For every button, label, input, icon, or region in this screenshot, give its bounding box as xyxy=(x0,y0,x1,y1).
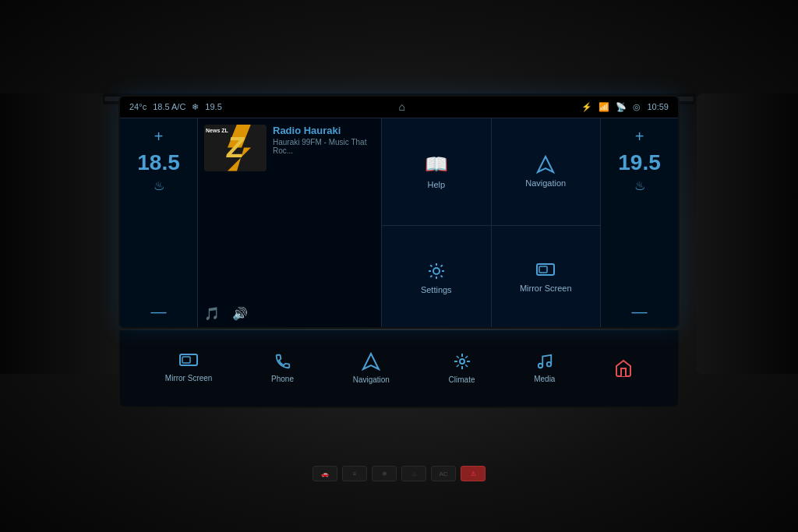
radio-logo[interactable]: Z News ZL xyxy=(204,125,267,171)
svg-point-9 xyxy=(547,362,552,367)
main-content-area: + 18.5 ♨ — Z News ZL xyxy=(120,118,678,329)
bottom-control-bar: Mirror Screen Phone Navigation xyxy=(118,330,680,408)
volume-button[interactable]: 🔊 xyxy=(232,306,248,321)
settings-icon xyxy=(427,262,446,280)
svg-rect-3 xyxy=(539,266,547,273)
app-tile-navigation[interactable]: Navigation xyxy=(492,118,601,226)
svg-point-8 xyxy=(538,364,543,368)
z-logo-background: Z News ZL xyxy=(204,125,267,171)
media-controls: 🎵 🔊 xyxy=(204,303,375,324)
svg-marker-0 xyxy=(538,157,553,172)
app-tile-mirror-screen[interactable]: Mirror Screen xyxy=(492,226,601,329)
mirror-screen-label: Mirror Screen xyxy=(520,284,572,293)
climate-icon xyxy=(453,352,471,371)
seat-heat-right-icon[interactable]: ♨ xyxy=(634,178,645,193)
phys-btn-hazard[interactable]: ⚠ xyxy=(461,466,486,481)
radio-display: Z News ZL Radio Hauraki Hauraki 99FM - M… xyxy=(204,125,375,171)
svg-rect-5 xyxy=(182,357,190,363)
location-icon: ◎ xyxy=(633,102,641,112)
bottom-media-label: Media xyxy=(534,375,555,383)
wifi-icon: 📶 xyxy=(598,102,609,112)
media-library-button[interactable]: 🎵 xyxy=(204,306,220,321)
temp-value-left: 18.5 xyxy=(137,152,180,174)
phys-btn-ac[interactable]: AC xyxy=(431,466,456,481)
ac-temp-status: 18.5 A/C xyxy=(153,102,185,111)
bottom-media-button[interactable]: Media xyxy=(534,353,555,383)
dash-left-panel xyxy=(0,93,125,374)
temp-value-right: 19.5 xyxy=(618,152,661,174)
phys-btn-car[interactable]: 🚗 xyxy=(312,466,337,481)
bluetooth-icon: ⚡ xyxy=(581,102,592,112)
home-icon[interactable]: ⌂ xyxy=(398,100,404,113)
screen-container: 24°c 18.5 A/C ❄ 19.5 ⌂ ⚡ 📶 📡 ◎ 10:59 xyxy=(118,95,680,422)
temp-decrease-right[interactable]: — xyxy=(632,303,648,321)
phys-btn-fan[interactable]: ❄ xyxy=(372,466,397,481)
phone-icon xyxy=(274,353,291,370)
mirror-screen-icon xyxy=(536,263,555,279)
app-tile-settings[interactable]: Settings xyxy=(382,226,491,329)
climate-zone-right: + 19.5 ♨ — xyxy=(600,118,678,329)
radio-info: Radio Hauraki Hauraki 99FM - Music That … xyxy=(273,125,375,155)
bottom-home-button[interactable] xyxy=(614,359,633,378)
menu2-icon: ≡ xyxy=(353,470,357,477)
bottom-mirror-label: Mirror Screen xyxy=(165,374,213,382)
z-letter-logo: Z xyxy=(227,132,244,164)
station-name: Radio Hauraki xyxy=(273,125,375,136)
bottom-mirror-screen-button[interactable]: Mirror Screen xyxy=(165,354,213,382)
phys-btn-menu2[interactable]: ≡ xyxy=(342,466,367,481)
fan-icon: ❄ xyxy=(192,102,199,112)
home-icon xyxy=(614,359,633,378)
bottom-climate-label: Climate xyxy=(449,375,475,384)
media-icon xyxy=(536,353,553,370)
signal-icon: 📡 xyxy=(616,102,627,112)
bottom-navigation-label: Navigation xyxy=(353,375,390,384)
bottom-mirror-icon xyxy=(179,354,198,369)
bottom-phone-button[interactable]: Phone xyxy=(271,353,294,383)
status-left: 24°c 18.5 A/C ❄ 19.5 xyxy=(129,102,222,112)
bottom-navigation-button[interactable]: Navigation xyxy=(353,352,390,384)
physical-controls-strip: 🚗 ≡ ❄ ♨ AC ⚠ xyxy=(134,462,664,485)
clock-display: 10:59 xyxy=(647,102,669,111)
bottom-climate-button[interactable]: Climate xyxy=(449,352,475,384)
svg-marker-6 xyxy=(363,354,379,369)
ac-icon: AC xyxy=(439,470,447,477)
help-icon: 📖 xyxy=(425,153,448,175)
car-icon: 🚗 xyxy=(321,470,329,477)
phys-btn-seat[interactable]: ♨ xyxy=(401,466,426,481)
bottom-phone-label: Phone xyxy=(271,375,294,383)
news-label: News ZL xyxy=(206,128,228,133)
settings-label: Settings xyxy=(421,285,452,294)
fan-speed-status: 19.5 xyxy=(205,102,221,111)
dash-right-panel xyxy=(697,93,798,374)
status-right: ⚡ 📶 📡 ◎ 10:59 xyxy=(581,102,669,112)
temp-increase-left[interactable]: + xyxy=(154,128,164,146)
seat-heat-left-icon[interactable]: ♨ xyxy=(154,178,164,193)
fan-ctrl-icon: ❄ xyxy=(382,470,387,477)
seat-icon: ♨ xyxy=(411,470,417,477)
svg-point-1 xyxy=(433,268,440,274)
bottom-nav-icon xyxy=(362,352,380,371)
svg-point-7 xyxy=(460,359,464,364)
apps-grid: 📖 Help Navigation xyxy=(382,118,600,329)
status-bar: 24°c 18.5 A/C ❄ 19.5 ⌂ ⚡ 📶 📡 ◎ 10:59 xyxy=(120,97,678,118)
climate-zone-left: + 18.5 ♨ — xyxy=(120,118,198,329)
temp-decrease-left[interactable]: — xyxy=(151,303,167,321)
navigation-icon xyxy=(536,155,555,174)
main-screen: 24°c 18.5 A/C ❄ 19.5 ⌂ ⚡ 📶 📡 ◎ 10:59 xyxy=(118,95,680,329)
media-area: Z News ZL Radio Hauraki Hauraki 99FM - M… xyxy=(198,118,382,329)
hazard-icon: ⚠ xyxy=(471,470,476,477)
temp-display-status: 24°c xyxy=(129,102,147,111)
navigation-label: Navigation xyxy=(525,178,566,188)
app-tile-help[interactable]: 📖 Help xyxy=(382,118,491,226)
station-subtitle: Hauraki 99FM - Music That Roc... xyxy=(273,138,375,155)
car-background: 24°c 18.5 A/C ❄ 19.5 ⌂ ⚡ 📶 📡 ◎ 10:59 xyxy=(0,0,798,532)
help-label: Help xyxy=(427,180,445,189)
temp-increase-right[interactable]: + xyxy=(635,128,644,146)
